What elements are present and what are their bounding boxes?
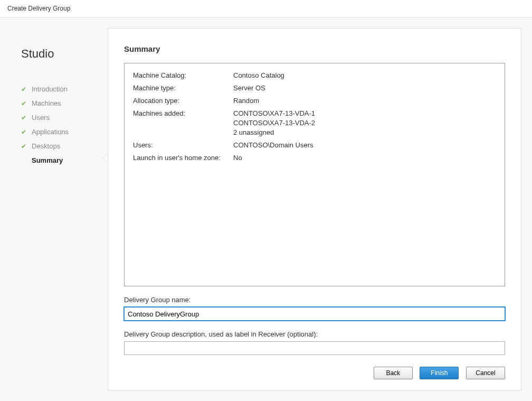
check-icon: ✔: [21, 114, 28, 122]
step-label: Introduction: [32, 85, 68, 93]
machine-line: CONTOSO\XA7-13-VDA-1: [233, 109, 496, 118]
summary-value: CONTOSO\XA7-13-VDA-1 CONTOSO\XA7-13-VDA-…: [233, 109, 496, 137]
step-label: Machines: [32, 99, 61, 107]
summary-key: Launch in user's home zone:: [133, 153, 233, 163]
summary-key: Machine type:: [133, 83, 233, 93]
check-icon: ✔: [21, 128, 28, 136]
finish-button[interactable]: Finish: [420, 367, 459, 379]
machine-line: 2 unassigned: [233, 128, 496, 137]
summary-panel: Machine Catalog: Contoso Catalog Machine…: [124, 63, 505, 286]
summary-value: Contoso Catalog: [233, 71, 496, 80]
step-desktops[interactable]: ✔ Desktops: [21, 139, 106, 153]
summary-value: CONTOSO\Domain Users: [233, 141, 496, 150]
delivery-group-description-input[interactable]: [124, 341, 505, 355]
delivery-group-name-input[interactable]: [124, 307, 505, 321]
step-pointer-icon: [103, 154, 108, 162]
brand-label: Studio: [0, 47, 106, 61]
summary-key: Allocation type:: [133, 96, 233, 106]
step-label: Summary: [32, 156, 63, 164]
summary-value: Random: [233, 96, 496, 106]
check-icon: ✔: [21, 143, 28, 150]
summary-key: Users:: [133, 141, 233, 150]
step-label: Applications: [32, 128, 69, 136]
check-icon: ✔: [21, 100, 28, 107]
page-heading: Summary: [124, 44, 505, 53]
step-introduction[interactable]: ✔ Introduction: [21, 82, 106, 96]
wizard-sidebar: Studio ✔ Introduction ✔ Machines ✔ Users…: [0, 17, 106, 401]
step-summary[interactable]: ✔ Summary: [21, 153, 106, 167]
wizard-page: Summary Machine Catalog: Contoso Catalog…: [108, 28, 521, 390]
description-field-label: Delivery Group description, used as labe…: [124, 330, 505, 338]
window-title: Create Delivery Group: [0, 0, 532, 17]
summary-key: Machine Catalog:: [133, 71, 233, 80]
step-label: Desktops: [32, 142, 60, 150]
wizard-buttons: Back Finish Cancel: [124, 367, 505, 379]
cancel-button[interactable]: Cancel: [466, 367, 505, 379]
back-button[interactable]: Back: [374, 367, 413, 379]
machine-line: CONTOSO\XA7-13-VDA-2: [233, 118, 496, 128]
step-users[interactable]: ✔ Users: [21, 110, 106, 125]
step-label: Users: [32, 114, 50, 122]
check-icon: ✔: [21, 86, 28, 93]
summary-value: Server OS: [233, 83, 496, 93]
step-applications[interactable]: ✔ Applications: [21, 125, 106, 139]
summary-value: No: [233, 153, 496, 163]
summary-key: Machines added:: [133, 109, 233, 137]
name-field-label: Delivery Group name:: [124, 296, 505, 304]
step-machines[interactable]: ✔ Machines: [21, 96, 106, 110]
